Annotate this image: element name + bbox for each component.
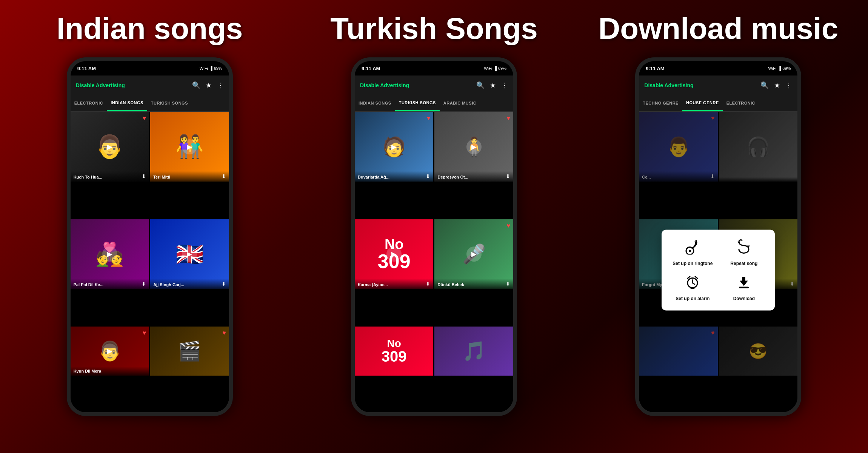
heart-icon-t2[interactable]: ♥ xyxy=(506,115,510,122)
song-title-t1: Duvarlarda Ağ... xyxy=(358,175,389,179)
status-time-download: 9:11 AM xyxy=(646,66,664,71)
tab-electronic-indian[interactable]: ELECTRONIC xyxy=(71,95,107,111)
status-bar-indian: 9:11 AM WiFi ▐ 69% xyxy=(71,61,229,76)
song-overlay-1: Kuch To Hua... ⬇ xyxy=(71,171,149,182)
star-icon-download[interactable]: ★ xyxy=(774,81,780,89)
ctx-label-alarm: Set up on alarm xyxy=(676,296,709,301)
context-menu: Set up on ringtone R xyxy=(662,230,775,310)
disable-ad-turkish[interactable]: Disable Advertising xyxy=(360,82,409,88)
song-title-t3: Karma (Aytac... xyxy=(358,282,388,287)
search-icon-indian[interactable]: 🔍 xyxy=(192,81,200,89)
play-btn-1[interactable]: ▶ xyxy=(102,139,117,154)
download-btn-t2[interactable]: ⬇ xyxy=(506,173,510,179)
app-toolbar-indian: Disable Advertising 🔍 ★ ⋮ xyxy=(71,76,229,95)
play-btn-t2[interactable]: ▶ xyxy=(466,139,482,154)
heart-icon-1[interactable]: ♥ xyxy=(143,115,146,122)
toolbar-icons-indian: 🔍 ★ ⋮ xyxy=(192,81,224,89)
song-card-indian-3[interactable]: 💑 ▶ Pal Pal Dil Ke... ⬇ xyxy=(71,219,149,289)
heart-icon-6[interactable]: ♥ xyxy=(222,330,226,336)
download-btn-4[interactable]: ⬇ xyxy=(222,281,226,287)
download-btn-2[interactable]: ⬇ xyxy=(222,173,226,179)
phone-screen-download: Disable Advertising 🔍 ★ ⋮ TECHNO GENRE H… xyxy=(639,76,797,412)
star-icon-indian[interactable]: ★ xyxy=(206,81,212,89)
svg-line-8 xyxy=(695,276,697,278)
song-overlay-t3: Karma (Aytac... ⬇ xyxy=(355,279,434,289)
song-overlay-t1: Duvarlarda Ağ... ⬇ xyxy=(355,171,434,182)
tab-turkish-songs[interactable]: TURKISH SONGS xyxy=(395,95,440,111)
song-overlay-t2: Depresyon Ot... ⬇ xyxy=(434,171,513,182)
section-download: Download music 9:11 AM WiFi ▐ 69% Disabl… xyxy=(577,0,860,416)
download-btn-t3[interactable]: ⬇ xyxy=(426,281,430,287)
ctx-item-ringtone[interactable]: Set up on ringtone xyxy=(671,239,714,266)
search-icon-download[interactable]: 🔍 xyxy=(760,81,769,89)
phone-download: 9:11 AM WiFi ▐ 69% Disable Advertising 🔍… xyxy=(635,57,801,416)
play-btn-2[interactable]: ▶ xyxy=(182,139,197,154)
tabs-indian: ELECTRONIC INDIAN SONGS TURKISH SONGS xyxy=(71,95,229,112)
signal-icon-download: ▐ xyxy=(778,66,781,71)
tab-arabic[interactable]: ARABIC MUSIC xyxy=(440,95,480,111)
ctx-label-repeat: Repeat song xyxy=(730,261,757,266)
play-btn-3[interactable]: ▶ xyxy=(102,247,117,262)
play-btn-4[interactable]: ▶ xyxy=(182,247,197,262)
heart-icon-t4[interactable]: ♥ xyxy=(506,222,510,229)
svg-line-7 xyxy=(688,276,690,278)
section-title-indian: Indian songs xyxy=(57,11,243,46)
svg-marker-3 xyxy=(737,242,740,243)
play-btn-5[interactable]: ▶ xyxy=(102,344,117,359)
wifi-icon-indian: WiFi xyxy=(200,66,208,71)
song-bg-t6: 🎵 xyxy=(434,327,513,376)
song-grid-indian: 👨 ♥ ▶ Kuch To Hua... ⬇ 👫 ▶ Teri Mitti xyxy=(71,112,229,412)
download-btn-3[interactable]: ⬇ xyxy=(142,281,146,287)
song-card-indian-6[interactable]: 🎬 ♥ xyxy=(150,327,229,376)
phone-screen-indian: Disable Advertising 🔍 ★ ⋮ ELECTRONIC IND… xyxy=(71,76,229,412)
tab-techno[interactable]: TECHNO GENRE xyxy=(639,95,682,111)
ctx-item-repeat[interactable]: Repeat song xyxy=(722,239,766,266)
tab-indian-turkish[interactable]: INDIAN SONGS xyxy=(355,95,395,111)
section-turkish: Turkish Songs 9:11 AM WiFi ▐ 69% Disable… xyxy=(292,0,576,416)
section-title-download: Download music xyxy=(599,11,839,46)
ctx-item-alarm[interactable]: Set up on alarm xyxy=(671,274,714,301)
battery-turkish: 69% xyxy=(498,66,506,71)
wifi-icon-turkish: WiFi xyxy=(484,66,492,71)
phone-indian: 9:11 AM WiFi ▐ 69% Disable Advertising 🔍… xyxy=(67,57,233,416)
search-icon-turkish[interactable]: 🔍 xyxy=(476,81,485,89)
status-icons-indian: WiFi ▐ 69% xyxy=(200,66,222,71)
status-time-indian: 9:11 AM xyxy=(77,66,96,71)
star-icon-turkish[interactable]: ★ xyxy=(490,81,496,89)
song-card-indian-5[interactable]: 👨 ♥ ▶ Kyun Dil Mera xyxy=(71,327,149,376)
heart-icon-5[interactable]: ♥ xyxy=(143,330,146,336)
song-card-indian-1[interactable]: 👨 ♥ ▶ Kuch To Hua... ⬇ xyxy=(71,112,149,182)
more-icon-turkish[interactable]: ⋮ xyxy=(501,81,508,89)
play-btn-t3[interactable]: ▶ xyxy=(386,247,402,262)
song-title-5: Kyun Dil Mera xyxy=(74,369,101,373)
phone-turkish: 9:11 AM WiFi ▐ 69% Disable Advertising 🔍… xyxy=(351,57,517,416)
more-icon-download[interactable]: ⋮ xyxy=(785,81,792,89)
song-card-turkish-6[interactable]: 🎵 xyxy=(434,327,513,376)
song-card-indian-2[interactable]: 👫 ▶ Teri Mitti ⬇ xyxy=(150,112,229,182)
ctx-item-download[interactable]: Download xyxy=(722,274,766,301)
heart-icon-t1[interactable]: ♥ xyxy=(427,115,431,122)
battery-download: 69% xyxy=(782,66,791,71)
song-card-turkish-4[interactable]: 🎤 ♥ ▶ Dünkü Bebek ⬇ xyxy=(434,219,513,289)
toolbar-icons-download: 🔍 ★ ⋮ xyxy=(760,81,792,89)
status-icons-turkish: WiFi ▐ 69% xyxy=(484,66,506,71)
song-card-turkish-2[interactable]: 🧍 ♥ ▶ Depresyon Ot... ⬇ xyxy=(434,112,513,182)
download-btn-1[interactable]: ⬇ xyxy=(142,173,146,179)
download-btn-t1[interactable]: ⬇ xyxy=(426,173,430,179)
tab-indian-songs[interactable]: INDIAN SONGS xyxy=(107,95,147,111)
song-card-turkish-1[interactable]: 🧑 ♥ ▶ Duvarlarda Ağ... ⬇ xyxy=(355,112,434,182)
song-grid-turkish: 🧑 ♥ ▶ Duvarlarda Ağ... ⬇ 🧍 xyxy=(355,112,513,412)
disable-ad-download[interactable]: Disable Advertising xyxy=(644,82,693,88)
song-card-turkish-5[interactable]: No 309 xyxy=(355,327,434,376)
disable-ad-indian[interactable]: Disable Advertising xyxy=(76,82,125,88)
tab-turkish-indian[interactable]: TURKISH SONGS xyxy=(147,95,192,111)
song-overlay-4: Ajj Singh Garj... ⬇ xyxy=(150,279,229,289)
tab-house[interactable]: HOUSE GENRE xyxy=(682,95,723,111)
song-card-turkish-3[interactable]: No 309 ▶ Karma (Aytac... ⬇ xyxy=(355,219,434,289)
play-btn-t1[interactable]: ▶ xyxy=(386,139,402,154)
play-btn-t4[interactable]: ▶ xyxy=(466,247,482,262)
song-card-indian-4[interactable]: 🇬🇧 ▶ Ajj Singh Garj... ⬇ xyxy=(150,219,229,289)
download-btn-t4[interactable]: ⬇ xyxy=(506,281,510,287)
more-icon-indian[interactable]: ⋮ xyxy=(217,81,224,89)
tab-electronic[interactable]: ELECTRONIC xyxy=(723,95,759,111)
